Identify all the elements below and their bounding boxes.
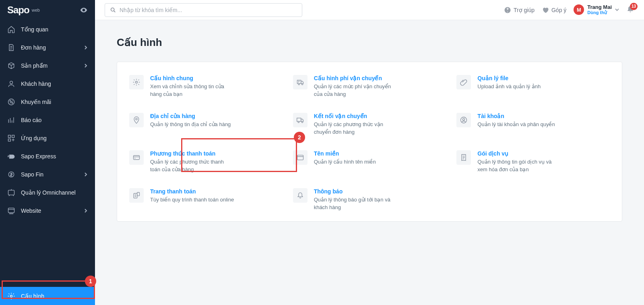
chevron-down-icon — [615, 8, 619, 12]
sidebar-footer: Cấu hình — [0, 287, 95, 305]
sidebar-item-overview[interactable]: Tổng quan — [0, 20, 95, 38]
tile-shipping-fee[interactable]: Cấu hình phí vận chuyểnQuản lý các mức p… — [291, 73, 448, 104]
express-icon — [7, 152, 15, 160]
gear-icon — [7, 292, 15, 300]
help-link[interactable]: Trợ giúp — [504, 6, 535, 14]
search-input[interactable] — [120, 7, 297, 13]
omni-icon — [7, 189, 15, 197]
brand-name: Sapo — [7, 4, 29, 16]
sidebar-label: Quản lý Omnichannel — [21, 189, 76, 196]
tile-shipping-connect[interactable]: Kết nối vận chuyểnQuản lý các phương thứ… — [291, 111, 448, 142]
doc-icon — [7, 44, 15, 52]
chevron-right-icon — [84, 46, 88, 50]
user-menu[interactable]: M Trang Mai Dùng thử — [574, 4, 619, 15]
shipping-fee-icon — [296, 78, 304, 86]
tile-desc: Quản lý tài khoản và phân quyền — [477, 121, 555, 129]
tile-desc: Upload ảnh và quản lý ảnh — [477, 83, 541, 91]
tile-title: Phương thức thanh toán — [150, 150, 235, 157]
tile-desc: Quản lý cấu hình tên miền — [314, 158, 376, 166]
tile-account[interactable]: Tài khoảnQuản lý tài khoản và phân quyền — [455, 111, 611, 142]
svg-rect-6 — [8, 139, 11, 141]
feedback-label: Góp ý — [551, 7, 566, 13]
sidebar-item-promotions[interactable]: Khuyến mãi — [0, 93, 95, 111]
user-status: Dùng thử — [587, 10, 612, 15]
svg-point-2 — [10, 100, 11, 102]
svg-point-22 — [463, 118, 465, 120]
tile-title: Gói dịch vụ — [477, 150, 562, 157]
sidebar-label: Khách hàng — [21, 81, 51, 87]
user-name: Trang Mai — [587, 4, 612, 10]
tile-title: Cấu hình chung — [150, 75, 235, 81]
notifications-button[interactable]: 13 — [626, 5, 634, 15]
tile-checkout[interactable]: Trang thanh toánTùy biến quy trình thanh… — [128, 187, 284, 217]
settings-grid: Cấu hình chungXem và chỉnh sửa thông tin… — [117, 62, 622, 222]
tile-title: Quản lý file — [477, 75, 541, 81]
sidebar-item-express[interactable]: Sapo Express — [0, 147, 95, 165]
sidebar-item-omni[interactable]: Quản lý Omnichannel — [0, 183, 95, 201]
brand-logo[interactable]: Sapo web — [0, 0, 95, 20]
sidebar-label: Sapo Fin — [21, 171, 43, 178]
page-title: Cấu hình — [117, 36, 622, 49]
sidebar-label: Đơn hàng — [21, 44, 46, 51]
tile-notifications[interactable]: Thông báoQuản lý thông báo gửi tới bạn v… — [291, 187, 448, 217]
sidebar-item-customers[interactable]: Khách hàng — [0, 75, 95, 93]
svg-rect-5 — [12, 135, 14, 137]
tile-files[interactable]: Quản lý fileUpload ảnh và quản lý ảnh — [455, 73, 611, 104]
sidebar: Sapo web Tổng quan Đơn hàng Sản phẩm Khá… — [0, 0, 95, 305]
heart-icon — [542, 6, 549, 14]
sidebar-label: Ứng dụng — [21, 135, 47, 141]
pin-icon — [132, 116, 140, 124]
sidebar-label: Báo cáo — [21, 117, 41, 123]
sidebar-item-fin[interactable]: Sapo Fin — [0, 165, 95, 183]
tile-title: Tên miền — [314, 150, 376, 157]
person-icon — [7, 80, 15, 88]
sidebar-item-products[interactable]: Sản phẩm — [0, 56, 95, 75]
tile-desc: Xem và chỉnh sửa thông tin cửa hàng của … — [150, 83, 235, 98]
svg-rect-26 — [137, 193, 140, 196]
svg-rect-9 — [8, 208, 14, 213]
chevron-right-icon — [84, 209, 88, 213]
card-icon — [132, 154, 140, 162]
feedback-link[interactable]: Góp ý — [542, 6, 566, 14]
tile-title: Địa chỉ cửa hàng — [150, 113, 231, 119]
topbar: Trợ giúp Góp ý M Trang Mai Dùng thử 13 — [95, 0, 644, 20]
svg-point-20 — [301, 121, 303, 122]
tile-title: Cấu hình phí vận chuyển — [314, 75, 398, 81]
tile-desc: Quản lý thông tin địa chỉ cửa hàng — [150, 121, 231, 129]
sidebar-item-orders[interactable]: Đơn hàng — [0, 38, 95, 56]
sidebar-label: Sapo Express — [21, 153, 56, 160]
eye-icon[interactable] — [80, 6, 88, 14]
tile-title: Thông báo — [314, 188, 398, 195]
svg-rect-24 — [297, 156, 303, 160]
tile-general[interactable]: Cấu hình chungXem và chỉnh sửa thông tin… — [128, 73, 284, 104]
sidebar-item-settings[interactable]: Cấu hình — [0, 287, 95, 305]
tile-plan[interactable]: Gói dịch vụQuản lý thông tin gói dịch vụ… — [455, 149, 611, 179]
tile-desc: Tùy biến quy trình thanh toán online — [150, 196, 234, 204]
website-icon — [7, 207, 15, 215]
account-icon — [460, 116, 468, 124]
sidebar-item-website[interactable]: Website — [0, 201, 95, 220]
svg-point-3 — [12, 102, 13, 104]
sidebar-label: Khuyến mãi — [21, 99, 51, 105]
svg-rect-8 — [8, 190, 14, 195]
browser-icon — [296, 154, 304, 162]
tile-payment-methods[interactable]: Phương thức thanh toánQuản lý các phương… — [128, 149, 284, 179]
svg-rect-14 — [297, 80, 301, 83]
apps-icon — [7, 134, 15, 142]
tile-desc: Quản lý các phương thức vận chuyển đơn h… — [314, 121, 398, 136]
tile-title: Kết nối vận chuyển — [314, 113, 398, 119]
tile-store-address[interactable]: Địa chỉ cửa hàngQuản lý thông tin địa ch… — [128, 111, 284, 142]
tile-domain[interactable]: Tên miềnQuản lý cấu hình tên miền — [291, 149, 448, 179]
svg-point-11 — [111, 8, 114, 11]
receipt-icon — [460, 154, 468, 162]
svg-point-19 — [298, 121, 299, 122]
sidebar-item-apps[interactable]: Ứng dụng — [0, 129, 95, 147]
box-icon — [7, 62, 15, 70]
search-box[interactable] — [105, 3, 302, 17]
chevron-right-icon — [84, 172, 88, 176]
attachment-icon — [460, 78, 468, 86]
tile-desc: Quản lý các mức phí vận chuyển của cửa h… — [314, 83, 398, 98]
sidebar-item-reports[interactable]: Báo cáo — [0, 111, 95, 129]
svg-point-10 — [10, 295, 12, 297]
svg-point-13 — [136, 81, 138, 83]
